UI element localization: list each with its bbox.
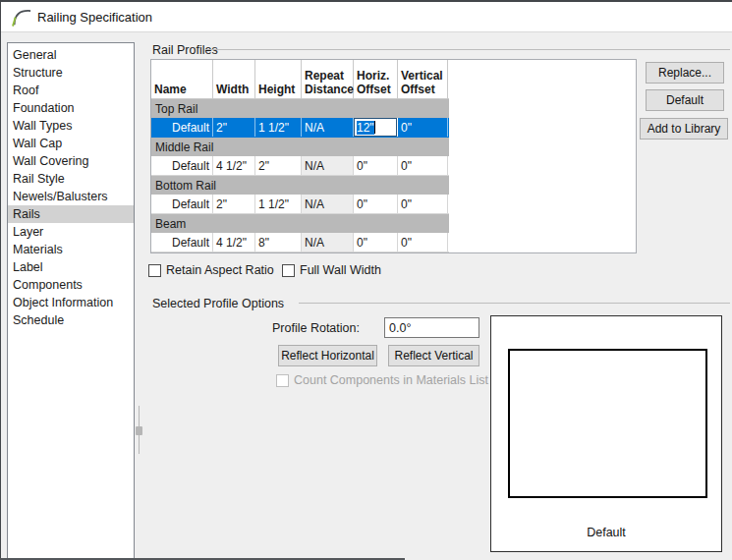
group-row-bottom-rail: Bottom Rail [151, 176, 449, 195]
sidebar-item-structure[interactable]: Structure [8, 64, 134, 82]
category-list: General Structure Roof Foundation Wall T… [7, 42, 135, 560]
sidebar-item-rail-style[interactable]: Rail Style [8, 170, 134, 188]
column-header-horiz-offset: Horiz. Offset [354, 60, 398, 98]
cell-name[interactable]: Default [151, 156, 213, 175]
column-header-height: Height [255, 60, 302, 98]
sidebar-item-foundation[interactable]: Foundation [8, 99, 134, 117]
sidebar-item-label[interactable]: Label [8, 258, 134, 276]
cell-vertical-offset[interactable]: 0" [398, 118, 448, 137]
sidebar-item-roof[interactable]: Roof [8, 82, 134, 99]
column-header-repeat-distance: Repeat Distance [302, 60, 354, 98]
railing-specification-dialog: Railing Specification General Structure … [0, 0, 732, 560]
cell-vertical-offset[interactable]: 0" [398, 233, 448, 252]
profile-rotation-label: Profile Rotation: [272, 321, 360, 335]
rail-profiles-caption: Rail Profiles [152, 43, 218, 57]
sidebar-item-wall-types[interactable]: Wall Types [8, 117, 134, 135]
text-caret [374, 121, 375, 134]
cell-width[interactable]: 4 1/2" [213, 233, 255, 252]
profile-preview-shape [508, 349, 707, 498]
cell-height[interactable]: 1 1/2" [255, 118, 302, 137]
sidebar-item-components[interactable]: Components [8, 276, 134, 294]
dialog-title: Railing Specification [37, 10, 152, 25]
group-row-beam: Beam [151, 214, 449, 233]
full-wall-width-label: Full Wall Width [300, 263, 381, 277]
reflect-horizontal-button[interactable]: Reflect Horizontal [278, 345, 377, 366]
table-header-row: Name Width Height Repeat Distance Horiz.… [151, 60, 449, 99]
column-header-name: Name [151, 60, 213, 98]
table-row-beam-default[interactable]: Default 4 1/2" 8" N/A 0" 0" [151, 233, 449, 252]
profile-preview-panel: Default [490, 315, 722, 552]
profile-rotation-input[interactable]: 0.0° [384, 317, 479, 338]
cell-width[interactable]: 2" [213, 118, 255, 137]
table-row-middle-rail-default[interactable]: Default 4 1/2" 2" N/A 0" 0" [151, 156, 449, 176]
dialog-top-border [0, 0, 732, 2]
full-wall-width-checkbox[interactable] [282, 264, 295, 277]
add-to-library-button[interactable]: Add to Library [640, 118, 728, 140]
rail-profiles-groupline [205, 49, 730, 50]
cell-name[interactable]: Default [151, 195, 213, 213]
cell-vertical-offset[interactable]: 0" [398, 195, 448, 213]
cell-horiz-offset-editor[interactable]: 12" [354, 118, 398, 137]
selected-profile-options-groupline [299, 303, 730, 304]
column-header-width: Width [213, 60, 255, 98]
cell-repeat-distance: N/A [302, 118, 354, 137]
reflect-vertical-button[interactable]: Reflect Vertical [388, 345, 479, 366]
column-header-vertical-offset: Vertical Offset [398, 60, 448, 98]
sidebar-item-newels-balusters[interactable]: Newels/Balusters [8, 188, 134, 205]
cell-name[interactable]: Default [151, 118, 213, 137]
replace-button[interactable]: Replace... [646, 62, 724, 84]
cell-name[interactable]: Default [151, 233, 213, 252]
profile-preview-caption: Default [491, 526, 721, 539]
cell-vertical-offset[interactable]: 0" [398, 156, 448, 175]
retain-aspect-ratio-checkbox[interactable] [148, 264, 161, 277]
cell-repeat-distance: N/A [302, 195, 354, 213]
sidebar-item-general[interactable]: General [8, 46, 134, 64]
sidebar-item-wall-cap[interactable]: Wall Cap [8, 135, 134, 152]
count-components-checkbox [276, 374, 289, 387]
group-row-top-rail: Top Rail [151, 99, 449, 118]
inline-edit-field[interactable]: 12" [354, 118, 397, 137]
table-row-bottom-rail-default[interactable]: Default 2" 1 1/2" N/A 0" 0" [151, 195, 449, 214]
cell-horiz-offset[interactable]: 0" [354, 195, 398, 213]
count-components-label: Count Components in Materials List [294, 373, 488, 387]
cell-width[interactable]: 2" [213, 195, 255, 213]
sidebar-item-rails[interactable]: Rails [8, 205, 134, 223]
sidebar-item-wall-covering[interactable]: Wall Covering [8, 152, 134, 170]
selected-edit-text: 12" [357, 121, 374, 135]
dialog-titlebar: Railing Specification [1, 2, 732, 32]
cell-repeat-distance: N/A [302, 156, 354, 175]
sidebar-item-schedule[interactable]: Schedule [8, 311, 134, 329]
cell-horiz-offset[interactable]: 0" [354, 233, 398, 252]
rail-profiles-table: Name Width Height Repeat Distance Horiz.… [150, 59, 637, 253]
sidebar-item-materials[interactable]: Materials [8, 241, 134, 258]
retain-aspect-ratio-label: Retain Aspect Ratio [166, 263, 274, 277]
cell-height[interactable]: 8" [255, 233, 302, 252]
table-row-top-rail-default[interactable]: Default 2" 1 1/2" N/A 12" 0" [151, 118, 449, 138]
cell-height[interactable]: 1 1/2" [255, 195, 302, 213]
group-row-middle-rail: Middle Rail [151, 138, 449, 156]
sidebar-item-object-information[interactable]: Object Information [8, 294, 134, 311]
railing-arc-icon [10, 6, 31, 28]
sidebar-item-layer[interactable]: Layer [8, 223, 134, 241]
dialog-left-border [0, 0, 1, 560]
cell-width[interactable]: 4 1/2" [213, 156, 255, 175]
selected-profile-options-caption: Selected Profile Options [152, 297, 284, 310]
cell-horiz-offset[interactable]: 0" [354, 156, 398, 175]
cell-repeat-distance: N/A [302, 233, 354, 252]
default-button[interactable]: Default [646, 89, 724, 111]
panel-splitter-handle[interactable] [136, 426, 142, 435]
cell-height[interactable]: 2" [255, 156, 302, 175]
